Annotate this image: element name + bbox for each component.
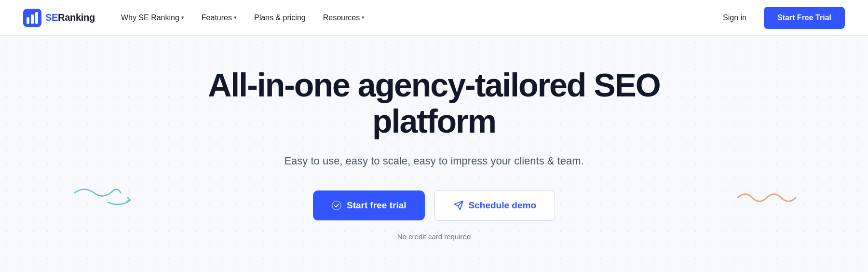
- hero-content: All-in-one agency-tailored SEO platform …: [169, 67, 699, 241]
- hero-title: All-in-one agency-tailored SEO platform: [169, 67, 699, 139]
- nav-links: Why SE Ranking ▾ Features ▾ Plans & pric…: [114, 10, 371, 26]
- logo[interactable]: SERanking: [23, 9, 95, 27]
- logo-text: SERanking: [45, 12, 95, 23]
- paper-plane-icon: [453, 200, 464, 211]
- logo-icon: [23, 9, 41, 27]
- hero-buttons: Start free trial Schedule demo: [169, 190, 699, 221]
- schedule-demo-button[interactable]: Schedule demo: [434, 190, 555, 221]
- chevron-down-icon: ▾: [362, 14, 365, 21]
- nav-right: Sign in Start Free Trial: [715, 7, 845, 29]
- no-credit-card-label: No credit card required: [169, 232, 699, 241]
- navbar: SERanking Why SE Ranking ▾ Features ▾ Pl…: [0, 0, 868, 36]
- chevron-down-icon: ▾: [234, 14, 237, 21]
- hero-section: All-in-one agency-tailored SEO platform …: [0, 36, 868, 272]
- nav-item-features[interactable]: Features ▾: [195, 10, 244, 26]
- hero-subtitle: Easy to use, easy to scale, easy to impr…: [169, 153, 699, 169]
- sign-in-link[interactable]: Sign in: [715, 10, 754, 26]
- nav-item-why[interactable]: Why SE Ranking ▾: [114, 10, 191, 26]
- svg-rect-3: [35, 12, 38, 24]
- nav-item-plans[interactable]: Plans & pricing: [247, 10, 312, 26]
- nav-left: SERanking Why SE Ranking ▾ Features ▾ Pl…: [23, 9, 371, 27]
- deco-right: [735, 188, 798, 209]
- check-circle-icon: [331, 200, 342, 211]
- start-free-trial-nav-button[interactable]: Start Free Trial: [764, 7, 845, 29]
- start-free-trial-button[interactable]: Start free trial: [313, 190, 425, 220]
- nav-item-resources[interactable]: Resources ▾: [316, 10, 371, 26]
- svg-rect-2: [31, 14, 34, 24]
- svg-rect-1: [27, 17, 29, 24]
- chevron-down-icon: ▾: [181, 14, 184, 21]
- svg-point-4: [332, 201, 341, 210]
- deco-left: [70, 183, 137, 214]
